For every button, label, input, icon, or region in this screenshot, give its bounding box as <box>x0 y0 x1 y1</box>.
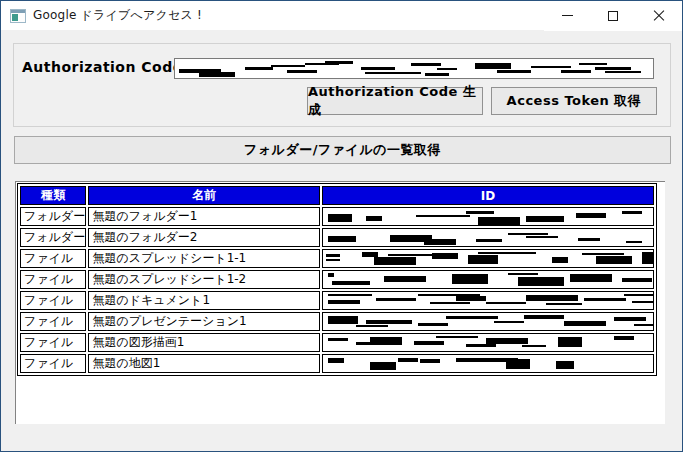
file-table: 種類 名前 ID フォルダー無題のフォルダー1フォルダー無題のフォルダー2ファイ… <box>17 183 657 376</box>
cell-name: 無題の図形描画1 <box>88 333 319 352</box>
cell-id-redacted <box>322 249 654 268</box>
table-row: ファイル無題の地図1 <box>20 354 654 373</box>
table-row: ファイル無題のドキュメント1 <box>20 291 654 310</box>
table-row: ファイル無題のスプレッドシート1-1 <box>20 249 654 268</box>
cell-id-redacted <box>322 207 654 226</box>
app-icon <box>10 9 26 23</box>
generate-auth-code-button[interactable]: Authorization Code 生成 <box>307 87 483 115</box>
cell-name: 無題のスプレッドシート1-1 <box>88 249 319 268</box>
cell-name: 無題のプレゼンテーション1 <box>88 312 319 331</box>
cell-id-redacted <box>322 333 654 352</box>
maximize-icon <box>608 11 618 21</box>
cell-id-redacted <box>322 228 654 247</box>
table-row: ファイル無題のスプレッドシート1-2 <box>20 270 654 289</box>
cell-type: フォルダー <box>20 207 86 226</box>
cell-type: フォルダー <box>20 228 86 247</box>
cell-type: ファイル <box>20 312 86 331</box>
cell-type: ファイル <box>20 354 86 373</box>
cell-name: 無題の地図1 <box>88 354 319 373</box>
close-icon <box>653 10 665 22</box>
cell-name: 無題のフォルダー2 <box>88 228 319 247</box>
cell-type: ファイル <box>20 333 86 352</box>
auth-code-label: Authorization Code: <box>22 59 189 75</box>
table-row: フォルダー無題のフォルダー1 <box>20 207 654 226</box>
file-list-area: 種類 名前 ID フォルダー無題のフォルダー1フォルダー無題のフォルダー2ファイ… <box>15 181 665 424</box>
minimize-button[interactable] <box>544 1 590 31</box>
table-row: ファイル無題の図形描画1 <box>20 333 654 352</box>
minimize-icon <box>562 15 573 16</box>
table-row: ファイル無題のプレゼンテーション1 <box>20 312 654 331</box>
maximize-button[interactable] <box>590 1 636 31</box>
caption-buttons <box>544 1 682 31</box>
cell-name: 無題のスプレッドシート1-2 <box>88 270 319 289</box>
cell-id-redacted <box>322 312 654 331</box>
header-id: ID <box>322 186 654 205</box>
header-type: 種類 <box>20 186 86 205</box>
auth-code-input[interactable] <box>174 58 654 79</box>
cell-name: 無題のフォルダー1 <box>88 207 319 226</box>
cell-id-redacted <box>322 354 654 373</box>
app-window: Google ドライブへアクセス ! Authorization Code: A… <box>0 0 683 452</box>
get-access-token-button[interactable]: Access Token 取得 <box>491 87 657 115</box>
close-button[interactable] <box>636 1 682 31</box>
header-name: 名前 <box>88 186 319 205</box>
table-header-row: 種類 名前 ID <box>20 186 654 205</box>
title-bar: Google ドライブへアクセス ! <box>1 1 682 31</box>
table-row: フォルダー無題のフォルダー2 <box>20 228 654 247</box>
cell-id-redacted <box>322 291 654 310</box>
cell-name: 無題のドキュメント1 <box>88 291 319 310</box>
auth-code-redacted-value <box>175 59 653 78</box>
auth-panel: Authorization Code: Authorization Code 生… <box>13 43 671 127</box>
cell-type: ファイル <box>20 291 86 310</box>
cell-type: ファイル <box>20 249 86 268</box>
list-folders-files-button[interactable]: フォルダー/ファイルの一覧取得 <box>14 136 671 164</box>
window-title: Google ドライブへアクセス ! <box>33 7 202 24</box>
cell-id-redacted <box>322 270 654 289</box>
cell-type: ファイル <box>20 270 86 289</box>
